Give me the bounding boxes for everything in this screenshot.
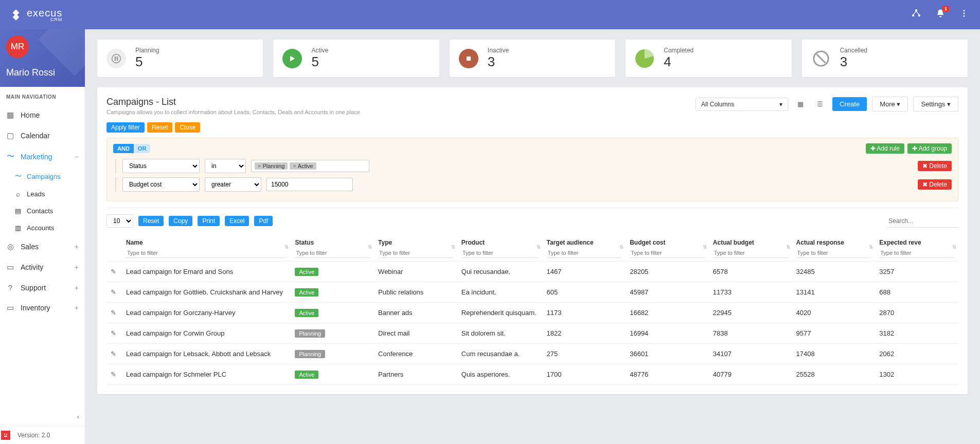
card-inactive[interactable]: Inactive3: [450, 40, 615, 77]
nav-marketing[interactable]: 〜Marketing−: [0, 146, 85, 167]
nav-inventory[interactable]: ▭Inventory+: [0, 298, 85, 318]
nav-accounts[interactable]: ▥Accounts: [0, 219, 85, 236]
col-filter-actualr[interactable]: [796, 248, 871, 258]
add-group-button[interactable]: ✚ Add group: [907, 143, 952, 154]
logic-toggle[interactable]: AND OR: [113, 144, 150, 153]
table-reset-button[interactable]: Reset: [138, 216, 164, 226]
more-button[interactable]: More ▾: [872, 97, 908, 112]
rule-value-chips[interactable]: ×Planning ×Active: [251, 160, 369, 172]
col-filter-product[interactable]: [461, 248, 539, 258]
rule-field-select[interactable]: Status: [122, 159, 200, 173]
sort-icon: ⇅: [451, 244, 455, 250]
cell-actual-response: 32485: [792, 262, 876, 282]
apply-filter-button[interactable]: Apply filter: [106, 122, 145, 133]
list-panel: Campaigns - List Campaigns allows you to…: [97, 87, 968, 394]
col-type[interactable]: Type⇅: [374, 234, 457, 262]
svg-rect-16: [467, 56, 471, 60]
table-row[interactable]: ✎ Lead campaign for Lebsack, Abbott and …: [106, 344, 958, 364]
avatar[interactable]: MR: [6, 35, 29, 58]
page-title: Campaigns - List: [106, 97, 360, 107]
rule-field-select[interactable]: Budget cost: [122, 177, 200, 192]
logo[interactable]: execus CRM: [5, 8, 62, 22]
rule-value-input[interactable]: [266, 178, 353, 191]
table-row[interactable]: ✎ Lead campaign for Schmeler PLC Active …: [106, 364, 958, 385]
create-button[interactable]: Create: [832, 97, 867, 111]
settings-button[interactable]: Settings ▾: [913, 97, 958, 112]
table-search-input[interactable]: [886, 215, 958, 228]
col-filter-type[interactable]: [378, 248, 453, 258]
edit-icon[interactable]: ✎: [111, 350, 116, 358]
nav-title: MAIN NAVIGATION: [0, 87, 85, 105]
print-button[interactable]: Print: [198, 216, 220, 226]
col-filter-target[interactable]: [547, 248, 622, 258]
col-product[interactable]: Product⇅: [457, 234, 543, 262]
summary-cards: Planning5 Active5 Inactive3 Completed4 C…: [97, 40, 968, 77]
edit-icon[interactable]: ✎: [111, 309, 116, 317]
rule-op-select[interactable]: greater: [205, 177, 261, 192]
col-actual-response[interactable]: Actual response⇅: [792, 234, 876, 262]
status-badge: Active: [295, 309, 318, 317]
table-row[interactable]: ✎ Lead campaign for Gorczany-Harvey Acti…: [106, 303, 958, 323]
col-expected-revenue[interactable]: Expected reve⇅: [875, 234, 958, 262]
reset-filter-button[interactable]: Reset: [147, 122, 172, 133]
share-icon[interactable]: [911, 8, 921, 21]
edit-icon[interactable]: ✎: [111, 288, 116, 296]
col-filter-budget[interactable]: [630, 248, 705, 258]
card-cancelled[interactable]: Cancelled3: [802, 40, 968, 77]
col-name[interactable]: Name⇅: [122, 234, 291, 262]
col-budget[interactable]: Budget cost⇅: [626, 234, 709, 262]
col-status[interactable]: Status⇅: [291, 234, 374, 262]
view-grid-icon[interactable]: ▦: [793, 97, 808, 111]
card-active[interactable]: Active5: [273, 40, 439, 77]
bell-icon[interactable]: 1: [936, 9, 945, 21]
table-row[interactable]: ✎ Lead campaign for Gottlieb, Cruickshan…: [106, 282, 958, 303]
sidebar-footer: ‹ Version: 2.0: [0, 426, 85, 444]
status-badge: Active: [295, 288, 318, 297]
logic-and[interactable]: AND: [113, 144, 134, 153]
nav-campaigns[interactable]: 〜Campaigns: [0, 167, 85, 186]
chip-active[interactable]: ×Active: [290, 162, 316, 170]
col-filter-status[interactable]: [295, 248, 370, 258]
delete-rule-button[interactable]: ✖ Delete: [918, 161, 952, 171]
delete-rule-button[interactable]: ✖ Delete: [918, 179, 952, 190]
nav-contacts[interactable]: ▤Contacts: [0, 202, 85, 219]
more-vert-icon[interactable]: [959, 9, 969, 21]
excel-button[interactable]: Excel: [225, 216, 249, 226]
col-filter-expected[interactable]: [879, 248, 954, 258]
cell-name: Lead campaign for Gorczany-Harvey: [122, 303, 291, 323]
svg-marker-15: [290, 55, 295, 61]
copy-button[interactable]: Copy: [169, 216, 192, 226]
rule-op-select[interactable]: in: [205, 159, 246, 173]
nav-support[interactable]: ?Support+: [0, 278, 85, 298]
logo-icon: [9, 8, 23, 22]
svg-point-4: [918, 14, 920, 16]
card-planning[interactable]: Planning5: [97, 40, 263, 77]
pdf-button[interactable]: Pdf: [254, 216, 273, 226]
table-row[interactable]: ✎ Lead campaign for Emard and Sons Activ…: [106, 262, 958, 282]
col-target[interactable]: Target audience⇅: [543, 234, 626, 262]
edit-icon[interactable]: ✎: [111, 268, 116, 275]
nav-calendar[interactable]: ▢Calendar: [0, 125, 85, 146]
add-rule-button[interactable]: ✚ Add rule: [866, 143, 904, 154]
page-size-select[interactable]: 10: [106, 214, 133, 228]
nav-activity[interactable]: ▭Activity+: [0, 257, 85, 278]
logic-or[interactable]: OR: [134, 144, 151, 153]
chip-planning[interactable]: ×Planning: [255, 162, 288, 170]
play-icon: [282, 49, 302, 68]
col-filter-name[interactable]: [126, 248, 287, 258]
filter-icon[interactable]: ☰: [813, 97, 827, 111]
col-actual-budget[interactable]: Actual budget⇅: [709, 234, 792, 262]
nav-sales[interactable]: ◎Sales+: [0, 236, 85, 257]
nav-leads[interactable]: ⌕Leads: [0, 186, 85, 202]
collapse-sidebar-button[interactable]: ‹: [74, 410, 82, 423]
card-completed[interactable]: Completed4: [626, 40, 791, 77]
edit-icon[interactable]: ✎: [111, 329, 116, 337]
close-filter-button[interactable]: Close: [175, 122, 200, 133]
columns-select[interactable]: All Columns▾: [696, 98, 788, 111]
nav-home[interactable]: ▦Home: [0, 105, 85, 125]
cell-name: Lead campaign for Corwin Group: [122, 323, 291, 344]
col-filter-actualb[interactable]: [713, 248, 788, 258]
edit-icon[interactable]: ✎: [111, 371, 116, 378]
cell-product: Qui recusandae.: [457, 262, 543, 282]
table-row[interactable]: ✎ Lead campaign for Corwin Group Plannin…: [106, 323, 958, 344]
